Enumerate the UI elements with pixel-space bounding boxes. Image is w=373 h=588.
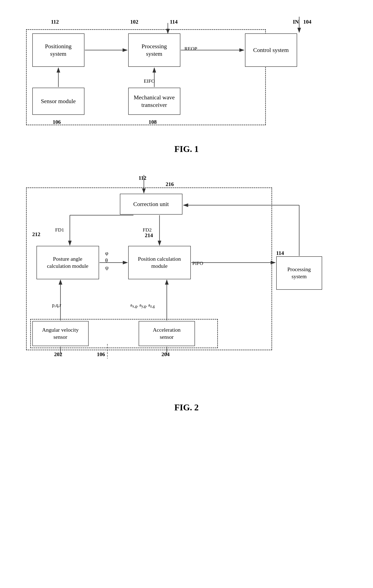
eifo-label: EIFO (144, 78, 155, 84)
num-212: 212 (32, 231, 40, 238)
control-system-box: Control system (245, 33, 297, 67)
page-container: 112 102 IN 104 Positioningsystem Process… (0, 0, 373, 425)
num-104: 104 (303, 19, 312, 25)
num-216: 216 (166, 181, 174, 188)
label-in: IN (293, 19, 299, 25)
fig2-section: 112 216 Correction unit 212 FD1 FD2 214 … (17, 171, 356, 412)
mwave-box: Mechanical wavetransceiver (128, 88, 180, 115)
fig1-section: 112 102 IN 104 Positioningsystem Process… (17, 12, 356, 154)
num-202: 202 (54, 351, 62, 357)
processing-system-box-fig2: Processingsystem (276, 256, 322, 290)
pifo-label: PIFO (192, 261, 203, 266)
reop-label: REOP (184, 46, 197, 52)
acceleration-box: Accelerationsensor (139, 321, 195, 346)
fd1-label: FD1 (55, 227, 64, 233)
correction-unit-box: Correction unit (120, 194, 182, 215)
fig2-diagram: 112 216 Correction unit 212 FD1 FD2 214 … (20, 171, 353, 400)
phi-label: φ (105, 250, 108, 256)
axyz-label: ax,g, ay,g, az,g (130, 302, 155, 308)
num-106-fig1: 106 (53, 119, 61, 125)
num-114-top: 114 (170, 19, 178, 25)
fig1-title: FIG. 1 (17, 144, 356, 154)
num-108: 108 (149, 119, 157, 125)
position-box: Position calculationmodule (128, 246, 191, 279)
num-112-fig2: 112 (139, 175, 147, 181)
num-106-fig2: 106 (97, 351, 105, 357)
fig2-title: FIG. 2 (17, 402, 356, 412)
sensor-module-box: Sensor module (32, 88, 84, 115)
processing-system-box: Processingsystem (128, 33, 180, 67)
num-204: 204 (161, 351, 170, 357)
angular-velocity-box: Angular velocitysensor (32, 321, 89, 346)
theta-label: θ (105, 257, 108, 264)
psi-label: ψ (105, 265, 109, 271)
pqr-label: p,q,r (52, 302, 61, 308)
num-114-fig2: 114 (276, 250, 284, 256)
fd2-label: FD2 (143, 227, 152, 233)
num-102: 102 (130, 19, 138, 25)
num-112: 112 (51, 19, 59, 25)
posture-box: Posture anglecalculation module (37, 246, 99, 279)
fig1-diagram: 112 102 IN 104 Positioningsystem Process… (20, 12, 353, 138)
positioning-system-box: Positioningsystem (32, 33, 84, 67)
num-214: 214 (145, 232, 153, 239)
